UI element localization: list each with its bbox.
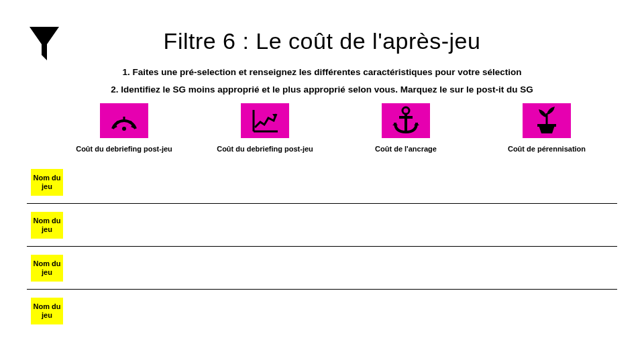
funnel-icon <box>28 25 60 66</box>
instructions-block: 1. Faites une pré-selection et renseigne… <box>0 64 644 98</box>
chart-icon <box>241 103 289 138</box>
game-rows: Nom du jeu Nom du jeu Nom du jeu Nom du … <box>0 161 644 333</box>
sticky-note[interactable]: Nom du jeu <box>31 169 63 196</box>
svg-line-4 <box>129 121 131 123</box>
col-debriefing-2: Coût du debriefing post-jeu <box>195 102 335 153</box>
svg-marker-14 <box>392 123 398 125</box>
col-label: Coût du debriefing post-jeu <box>54 145 195 153</box>
sticky-note[interactable]: Nom du jeu <box>31 298 63 324</box>
svg-marker-15 <box>414 123 419 125</box>
table-row: Nom du jeu <box>27 247 617 290</box>
col-debriefing-1: Coût du debriefing post-jeu <box>54 102 195 153</box>
instruction-line-2: 2. Identifiez le SG moins approprié et l… <box>0 81 644 99</box>
svg-line-1 <box>114 126 117 127</box>
table-row: Nom du jeu <box>27 161 617 204</box>
sticky-note[interactable]: Nom du jeu <box>31 255 63 282</box>
col-label: Coût de pérennisation <box>476 145 617 153</box>
page-title: Filtre 6 : Le coût de l'après-jeu <box>0 0 644 54</box>
col-label: Coût de l'ancrage <box>335 145 476 153</box>
instruction-line-1: 1. Faites une pré-selection et renseigne… <box>0 64 644 81</box>
table-row: Nom du jeu <box>27 290 617 333</box>
anchor-icon <box>382 103 430 138</box>
sticky-note[interactable]: Nom du jeu <box>31 212 63 239</box>
col-anchoring: Coût de l'ancrage <box>335 102 476 153</box>
svg-rect-17 <box>537 124 556 127</box>
svg-point-7 <box>122 127 126 131</box>
col-sustainability: Coût de pérennisation <box>476 102 617 153</box>
column-headers: Coût du debriefing post-jeu Coût du debr… <box>0 102 644 153</box>
col-label: Coût du debriefing post-jeu <box>195 145 335 153</box>
gauge-icon <box>100 103 148 138</box>
svg-point-11 <box>402 107 409 114</box>
svg-line-2 <box>117 121 119 123</box>
svg-marker-0 <box>30 27 59 60</box>
table-row: Nom du jeu <box>27 204 617 247</box>
svg-line-5 <box>131 126 134 127</box>
plant-icon <box>523 103 571 138</box>
